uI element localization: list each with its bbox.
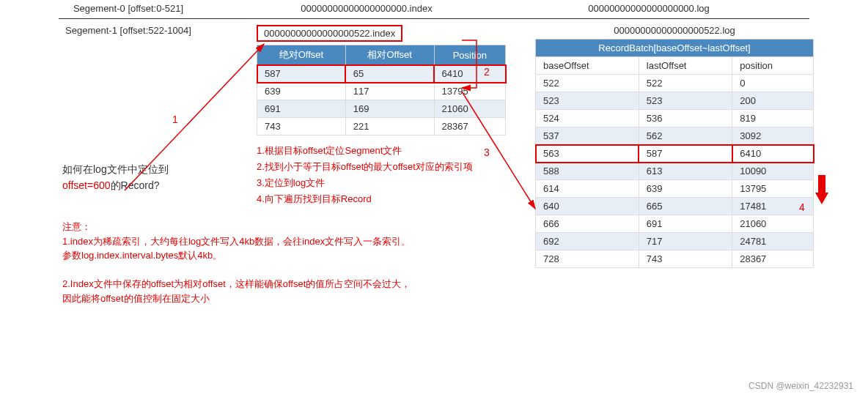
segment-0-label: Segement-0 [offset:0-521]	[0, 3, 257, 14]
label-2: 2	[484, 66, 490, 78]
log-table: RecordBatch[baseOffset~lastOffset] baseO…	[535, 39, 814, 268]
index-header-abs: 绝对Offset	[257, 45, 346, 65]
notes-block: 注意： 1.index为稀疏索引，大约每往log文件写入4kb数据，会往inde…	[62, 220, 502, 305]
index-header-pos: Position	[434, 45, 505, 65]
log-row-9: 69271724781	[536, 233, 814, 250]
step-2: 2.找到小于等于目标offset的最大offset对应的索引项	[257, 159, 506, 175]
divider-0	[59, 18, 809, 19]
question-line1: 如何在log文件中定位到	[62, 161, 169, 177]
label-4: 4	[799, 201, 805, 213]
index-row-3: 743 221 28367	[257, 118, 506, 135]
note-2b: 因此能将offset的值控制在固定大小	[62, 291, 502, 306]
log-row-10: 72874328367	[536, 250, 814, 268]
segment-1-log: 00000000000000000522.log	[535, 25, 814, 36]
segment-1-label: Segement-1 [offset:522-1004]	[0, 25, 257, 36]
log-row-2: 524536819	[536, 110, 814, 127]
log-row-3: 5375623092	[536, 127, 814, 145]
notes-title: 注意：	[62, 220, 502, 234]
question-offset: offset=600	[62, 179, 111, 191]
segment-0-row: Segement-0 [offset:0-521] 00000000000000…	[0, 0, 868, 17]
log-subheader: baseOffset lastOffset position	[536, 57, 814, 75]
question-block: 如何在log文件中定位到 offset=600的Record?	[62, 161, 169, 194]
index-header-rel: 相对Offset	[345, 45, 434, 65]
index-row-0: 587 65 6410	[257, 65, 506, 83]
down-arrow-icon	[815, 175, 828, 209]
log-row-4: 5635876410	[536, 145, 814, 163]
log-row-8: 66669121060	[536, 215, 814, 233]
segment-1-index: 00000000000000000522.index	[257, 25, 402, 42]
label-1: 1	[172, 114, 178, 125]
segment-0-index: 00000000000000000000.index	[257, 3, 477, 14]
log-header: RecordBatch[baseOffset~lastOffset]	[536, 40, 814, 57]
svg-marker-0	[815, 175, 828, 204]
log-row-1: 523523200	[536, 92, 814, 110]
note-2a: 2.Index文件中保存的offset为相对offset，这样能确保offset…	[62, 277, 502, 291]
index-table: 绝对Offset 相对Offset Position 587 65 6410 6…	[257, 45, 506, 135]
note-1a: 1.index为稀疏索引，大约每往log文件写入4kb数据，会往index文件写…	[62, 234, 502, 249]
log-row-0: 5225220	[536, 75, 814, 92]
log-row-6: 61463913795	[536, 180, 814, 198]
log-row-7: 64066517481	[536, 198, 814, 215]
step-3: 3.定位到log文件	[257, 175, 506, 191]
step-1: 1.根据目标offset定位Segment文件	[257, 143, 506, 159]
question-line2b: 的Record?	[111, 179, 160, 191]
label-3: 3	[484, 146, 490, 158]
steps-list: 1.根据目标offset定位Segment文件 2.找到小于等于目标offset…	[257, 143, 506, 207]
note-1b: 参数log.index.interval.bytes默认4kb。	[62, 248, 502, 263]
watermark: CSDN @weixin_42232931	[749, 381, 853, 391]
step-4: 4.向下遍历找到目标Record	[257, 191, 506, 207]
index-row-1: 639 117 13795	[257, 83, 506, 100]
index-row-2: 691 169 21060	[257, 100, 506, 118]
segment-0-log: 00000000000000000000.log	[521, 3, 777, 14]
log-row-5: 58861310090	[536, 163, 814, 180]
